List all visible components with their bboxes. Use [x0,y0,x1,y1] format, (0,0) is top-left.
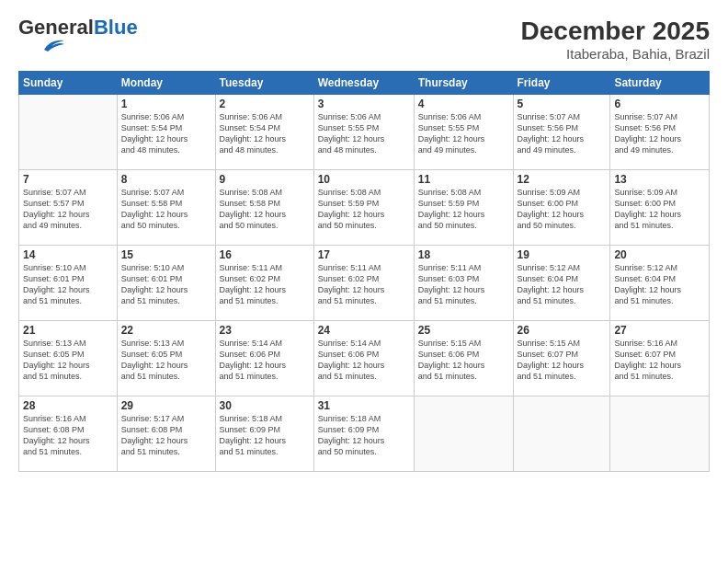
calendar-cell: 18Sunrise: 5:11 AM Sunset: 6:03 PM Dayli… [414,246,513,321]
calendar-cell [414,396,513,472]
weekday-tuesday: Tuesday [215,72,313,95]
day-details: Sunrise: 5:12 AM Sunset: 6:04 PM Dayligh… [614,262,705,307]
calendar-cell: 25Sunrise: 5:15 AM Sunset: 6:06 PM Dayli… [414,321,513,396]
day-details: Sunrise: 5:07 AM Sunset: 5:56 PM Dayligh… [518,111,607,156]
calendar-cell: 13Sunrise: 5:09 AM Sunset: 6:00 PM Dayli… [610,170,710,246]
week-row-3: 14Sunrise: 5:10 AM Sunset: 6:01 PM Dayli… [19,246,710,321]
calendar-cell: 15Sunrise: 5:10 AM Sunset: 6:01 PM Dayli… [117,246,215,321]
day-details: Sunrise: 5:10 AM Sunset: 6:01 PM Dayligh… [23,262,113,307]
day-number: 21 [23,324,113,337]
calendar-cell: 7Sunrise: 5:07 AM Sunset: 5:57 PM Daylig… [19,170,118,246]
day-number: 19 [518,248,607,261]
day-details: Sunrise: 5:14 AM Sunset: 6:06 PM Dayligh… [318,338,410,383]
calendar-cell: 30Sunrise: 5:18 AM Sunset: 6:09 PM Dayli… [215,396,313,472]
calendar-cell: 28Sunrise: 5:16 AM Sunset: 6:08 PM Dayli… [19,396,118,472]
logo-blue: Blue [94,16,138,39]
day-details: Sunrise: 5:10 AM Sunset: 6:01 PM Dayligh… [121,262,211,307]
day-number: 29 [121,399,211,412]
day-number: 30 [220,399,310,412]
calendar-cell: 5Sunrise: 5:07 AM Sunset: 5:56 PM Daylig… [513,95,610,170]
calendar-cell: 1Sunrise: 5:06 AM Sunset: 5:54 PM Daylig… [117,95,215,170]
weekday-header-row: SundayMondayTuesdayWednesdayThursdayFrid… [19,72,710,95]
calendar-cell: 21Sunrise: 5:13 AM Sunset: 6:05 PM Dayli… [19,321,118,396]
day-number: 23 [220,324,310,337]
day-details: Sunrise: 5:14 AM Sunset: 6:06 PM Dayligh… [220,338,310,383]
day-details: Sunrise: 5:06 AM Sunset: 5:55 PM Dayligh… [318,111,410,156]
calendar-cell: 6Sunrise: 5:07 AM Sunset: 5:56 PM Daylig… [610,95,710,170]
day-details: Sunrise: 5:15 AM Sunset: 6:06 PM Dayligh… [418,338,509,383]
day-number: 13 [614,173,705,186]
calendar-cell: 19Sunrise: 5:12 AM Sunset: 6:04 PM Dayli… [513,246,610,321]
day-number: 12 [518,173,607,186]
day-number: 3 [318,98,410,110]
calendar-cell: 16Sunrise: 5:11 AM Sunset: 6:02 PM Dayli… [215,246,313,321]
calendar-cell: 11Sunrise: 5:08 AM Sunset: 5:59 PM Dayli… [414,170,513,246]
day-number: 22 [121,324,211,337]
calendar-subtitle: Itaberaba, Bahia, Brazil [521,46,710,62]
week-row-5: 28Sunrise: 5:16 AM Sunset: 6:08 PM Dayli… [19,396,710,472]
day-number: 31 [318,399,410,412]
calendar-cell: 20Sunrise: 5:12 AM Sunset: 6:04 PM Dayli… [610,246,710,321]
day-number: 2 [220,98,310,110]
day-details: Sunrise: 5:11 AM Sunset: 6:02 PM Dayligh… [318,262,410,307]
day-number: 17 [318,248,410,261]
day-details: Sunrise: 5:18 AM Sunset: 6:09 PM Dayligh… [318,413,410,458]
day-details: Sunrise: 5:07 AM Sunset: 5:58 PM Dayligh… [121,187,211,232]
calendar-cell: 2Sunrise: 5:06 AM Sunset: 5:54 PM Daylig… [215,95,313,170]
calendar-table: SundayMondayTuesdayWednesdayThursdayFrid… [18,71,710,472]
day-details: Sunrise: 5:13 AM Sunset: 6:05 PM Dayligh… [121,338,211,383]
weekday-wednesday: Wednesday [313,72,414,95]
weekday-monday: Monday [117,72,215,95]
calendar-cell: 27Sunrise: 5:16 AM Sunset: 6:07 PM Dayli… [610,321,710,396]
calendar-cell: 10Sunrise: 5:08 AM Sunset: 5:59 PM Dayli… [313,170,414,246]
day-details: Sunrise: 5:09 AM Sunset: 6:00 PM Dayligh… [614,187,705,232]
day-number: 10 [318,173,410,186]
day-number: 27 [614,324,705,337]
day-details: Sunrise: 5:07 AM Sunset: 5:56 PM Dayligh… [614,111,705,156]
day-number: 28 [23,399,113,412]
day-number: 25 [418,324,509,337]
calendar-cell: 8Sunrise: 5:07 AM Sunset: 5:58 PM Daylig… [117,170,215,246]
day-details: Sunrise: 5:18 AM Sunset: 6:09 PM Dayligh… [220,413,310,458]
day-number: 20 [614,248,705,261]
page: GeneralBlue December 2025 Itaberaba, Bah… [0,0,728,563]
day-number: 9 [220,173,310,186]
day-number: 11 [418,173,509,186]
logo-bird-icon [18,37,64,53]
calendar-title: December 2025 [521,17,710,46]
day-number: 14 [23,248,113,261]
calendar-cell [610,396,710,472]
day-details: Sunrise: 5:11 AM Sunset: 6:02 PM Dayligh… [220,262,310,307]
week-row-4: 21Sunrise: 5:13 AM Sunset: 6:05 PM Dayli… [19,321,710,396]
day-details: Sunrise: 5:12 AM Sunset: 6:04 PM Dayligh… [518,262,607,307]
header: GeneralBlue December 2025 Itaberaba, Bah… [18,17,710,62]
day-details: Sunrise: 5:08 AM Sunset: 5:58 PM Dayligh… [220,187,310,232]
calendar-cell: 29Sunrise: 5:17 AM Sunset: 6:08 PM Dayli… [117,396,215,472]
calendar-cell: 24Sunrise: 5:14 AM Sunset: 6:06 PM Dayli… [313,321,414,396]
day-number: 8 [121,173,211,186]
week-row-2: 7Sunrise: 5:07 AM Sunset: 5:57 PM Daylig… [19,170,710,246]
day-details: Sunrise: 5:15 AM Sunset: 6:07 PM Dayligh… [518,338,607,383]
calendar-cell: 12Sunrise: 5:09 AM Sunset: 6:00 PM Dayli… [513,170,610,246]
day-number: 4 [418,98,509,110]
weekday-sunday: Sunday [19,72,118,95]
day-number: 7 [23,173,113,186]
calendar-cell: 23Sunrise: 5:14 AM Sunset: 6:06 PM Dayli… [215,321,313,396]
day-details: Sunrise: 5:06 AM Sunset: 5:54 PM Dayligh… [121,111,211,156]
day-details: Sunrise: 5:17 AM Sunset: 6:08 PM Dayligh… [121,413,211,458]
calendar-cell [19,95,118,170]
day-number: 5 [518,98,607,110]
title-block: December 2025 Itaberaba, Bahia, Brazil [521,17,710,62]
logo-text: GeneralBlue [18,17,138,39]
day-number: 16 [220,248,310,261]
logo: GeneralBlue [18,17,138,53]
day-details: Sunrise: 5:08 AM Sunset: 5:59 PM Dayligh… [318,187,410,232]
day-number: 6 [614,98,705,110]
calendar-cell: 17Sunrise: 5:11 AM Sunset: 6:02 PM Dayli… [313,246,414,321]
day-number: 26 [518,324,607,337]
day-number: 1 [121,98,211,110]
day-number: 18 [418,248,509,261]
day-number: 24 [318,324,410,337]
day-number: 15 [121,248,211,261]
calendar-cell: 9Sunrise: 5:08 AM Sunset: 5:58 PM Daylig… [215,170,313,246]
